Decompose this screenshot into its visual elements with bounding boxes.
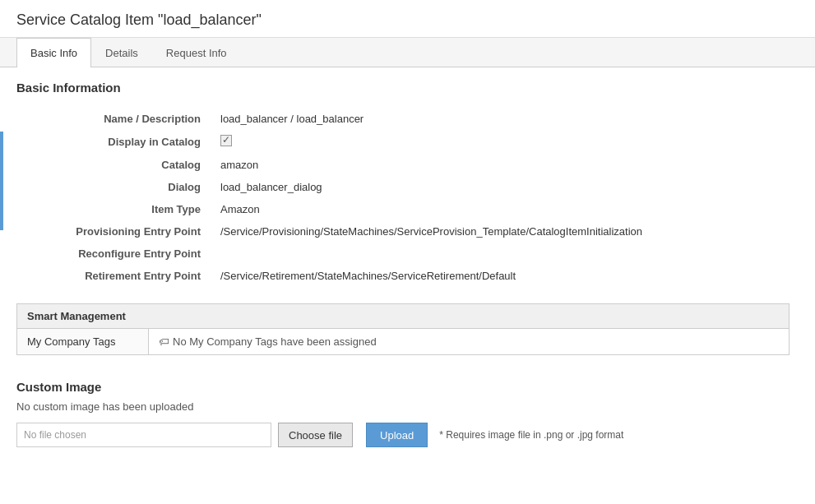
field-value-catalog: amazon xyxy=(214,154,799,176)
table-row: Name / Description load_balancer / load_… xyxy=(16,108,799,130)
field-label-dialog: Dialog xyxy=(16,176,214,198)
field-value-item-type: Amazon xyxy=(214,198,799,220)
no-file-chosen-text: No file chosen xyxy=(24,429,86,441)
field-label-item-type: Item Type xyxy=(16,198,214,220)
tab-bar: Basic Info Details Request Info xyxy=(0,38,815,67)
tab-basic-info[interactable]: Basic Info xyxy=(16,38,91,67)
file-input-display: No file chosen xyxy=(16,423,271,447)
tag-icon: 🏷 xyxy=(159,335,169,348)
field-label-name: Name / Description xyxy=(16,108,214,130)
page-header: Service Catalog Item "load_balancer" xyxy=(0,0,815,38)
format-note: * Requires image file in .png or .jpg fo… xyxy=(439,429,623,441)
smart-management-header: Smart Management xyxy=(17,304,790,329)
display-in-catalog-checkbox[interactable] xyxy=(220,135,232,146)
table-row: Provisioning Entry Point /Service/Provis… xyxy=(16,220,799,243)
field-label-display: Display in Catalog xyxy=(16,130,214,154)
no-image-text: No custom image has been uploaded xyxy=(16,400,799,413)
custom-image-section: Custom Image No custom image has been up… xyxy=(16,380,799,447)
choose-file-button[interactable]: Choose file xyxy=(278,423,353,447)
basic-info-table: Name / Description load_balancer / load_… xyxy=(16,108,799,287)
page-title: Service Catalog Item "load_balancer" xyxy=(16,12,799,29)
table-row: Reconfigure Entry Point xyxy=(16,243,799,265)
field-label-provisioning: Provisioning Entry Point xyxy=(16,220,214,243)
table-row: Catalog amazon xyxy=(16,154,799,176)
field-label-reconfigure: Reconfigure Entry Point xyxy=(16,243,214,265)
field-value-reconfigure xyxy=(214,243,799,265)
custom-image-title: Custom Image xyxy=(16,380,799,394)
main-content: Basic Information Name / Description loa… xyxy=(0,67,815,460)
field-value-provisioning: /Service/Provisioning/StateMachines/Serv… xyxy=(214,220,799,243)
table-row: Smart Management xyxy=(17,304,790,329)
table-row: Item Type Amazon xyxy=(16,198,799,220)
field-label-retirement: Retirement Entry Point xyxy=(16,265,214,287)
file-upload-row: No file chosen Choose file Upload * Requ… xyxy=(16,423,799,447)
smart-management-value: 🏷No My Company Tags have been assigned xyxy=(149,329,790,355)
field-value-name: load_balancer / load_balancer xyxy=(214,108,799,130)
section-title-basic-info: Basic Information xyxy=(16,81,799,95)
smart-management-label: My Company Tags xyxy=(17,329,149,355)
table-row: Dialog load_balancer_dialog xyxy=(16,176,799,198)
field-value-dialog: load_balancer_dialog xyxy=(214,176,799,198)
table-row: Retirement Entry Point /Service/Retireme… xyxy=(16,265,799,287)
tab-request-info[interactable]: Request Info xyxy=(152,38,241,67)
field-label-catalog: Catalog xyxy=(16,154,214,176)
upload-button[interactable]: Upload xyxy=(366,423,428,447)
tab-details[interactable]: Details xyxy=(91,38,152,67)
left-accent-bar xyxy=(0,132,3,230)
table-row: Display in Catalog xyxy=(16,130,799,154)
field-value-retirement: /Service/Retirement/StateMachines/Servic… xyxy=(214,265,799,287)
table-row: My Company Tags 🏷No My Company Tags have… xyxy=(17,329,790,355)
field-value-display xyxy=(214,130,799,154)
smart-management-table: Smart Management My Company Tags 🏷No My … xyxy=(16,303,790,355)
